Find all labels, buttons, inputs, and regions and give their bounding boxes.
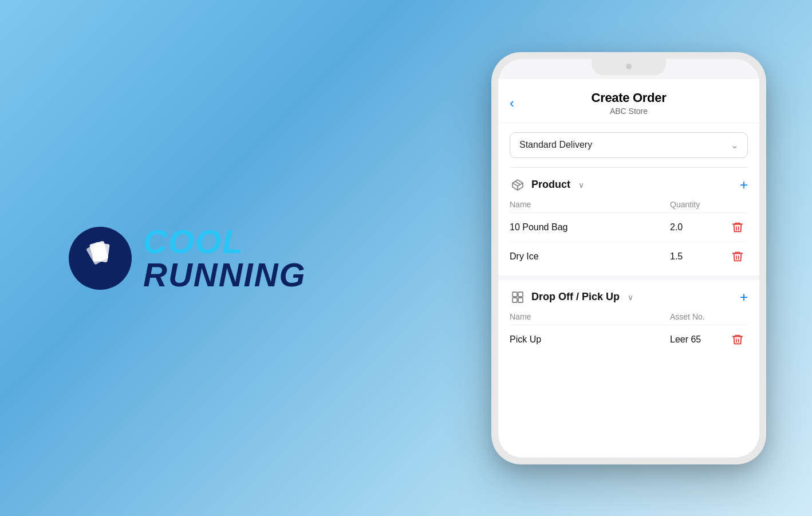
product-section-title: Product bbox=[531, 179, 570, 191]
product-row-2-qty: 1.5 bbox=[670, 251, 727, 262]
dropoff-col-action bbox=[727, 312, 748, 321]
logo-running-text: RUNNING bbox=[143, 258, 306, 292]
dropoff-table-header: Name Asset No. bbox=[510, 312, 748, 325]
dropoff-row-1-asset: Leer 65 bbox=[670, 334, 727, 345]
product-table-header: Name Quantity bbox=[510, 200, 748, 213]
screen-content: ‹ Create Order ABC Store Standard Delive… bbox=[498, 79, 759, 458]
product-header-left: Product ∨ bbox=[510, 177, 584, 193]
grid-icon bbox=[510, 289, 526, 305]
box-icon bbox=[510, 177, 526, 193]
product-col-action bbox=[727, 200, 748, 209]
phone-camera bbox=[626, 64, 632, 69]
dropoff-row-1: Pick Up Leer 65 bbox=[510, 325, 748, 354]
trash-icon-2 bbox=[731, 250, 744, 263]
phone-notch bbox=[592, 59, 666, 75]
dropoff-section-title: Drop Off / Pick Up bbox=[531, 291, 620, 303]
product-row-2-name: Dry Ice bbox=[510, 251, 670, 262]
phone-outer: ‹ Create Order ABC Store Standard Delive… bbox=[491, 52, 766, 464]
dropoff-chevron-icon[interactable]: ∨ bbox=[628, 293, 633, 302]
dropoff-add-button[interactable]: + bbox=[740, 290, 748, 304]
delivery-section: Standard Delivery ⌄ bbox=[498, 123, 759, 167]
dropoff-section-header: Drop Off / Pick Up ∨ + bbox=[510, 289, 748, 305]
chevron-down-icon: ⌄ bbox=[731, 140, 738, 151]
phone-inner: ‹ Create Order ABC Store Standard Delive… bbox=[498, 59, 759, 458]
product-row-2-delete[interactable] bbox=[727, 250, 748, 263]
section-gap bbox=[498, 275, 759, 280]
trash-icon-3 bbox=[731, 333, 744, 346]
product-row-2: Dry Ice 1.5 bbox=[510, 242, 748, 271]
svg-rect-4 bbox=[518, 292, 523, 297]
dropoff-row-1-name: Pick Up bbox=[510, 334, 670, 345]
logo-text: COOL RUNNING bbox=[143, 225, 306, 292]
header-subtitle-text: ABC Store bbox=[512, 107, 746, 116]
dropoff-col-name: Name bbox=[510, 312, 670, 321]
product-row-1: 10 Pound Bag 2.0 bbox=[510, 213, 748, 242]
product-col-name: Name bbox=[510, 200, 670, 209]
svg-rect-3 bbox=[513, 292, 517, 297]
logo-area: COOL RUNNING bbox=[69, 225, 306, 292]
svg-rect-6 bbox=[518, 298, 523, 302]
phone-container: ‹ Create Order ABC Store Standard Delive… bbox=[491, 52, 766, 464]
product-col-quantity: Quantity bbox=[670, 200, 727, 209]
svg-rect-5 bbox=[513, 298, 517, 302]
product-section-header: Product ∨ + bbox=[510, 177, 748, 193]
dropoff-row-1-delete[interactable] bbox=[727, 333, 748, 346]
product-add-button[interactable]: + bbox=[740, 178, 748, 192]
header-title-text: Create Order bbox=[512, 90, 746, 105]
dropoff-col-asset: Asset No. bbox=[670, 312, 727, 321]
delivery-selected: Standard Delivery bbox=[519, 140, 592, 150]
product-section: Product ∨ + Name Quantity 10 Pound Bag bbox=[498, 168, 759, 275]
dropoff-header-left: Drop Off / Pick Up ∨ bbox=[510, 289, 633, 305]
dropoff-section: Drop Off / Pick Up ∨ + Name Asset No. Pi… bbox=[498, 280, 759, 359]
logo-circle bbox=[69, 227, 132, 290]
trash-icon-1 bbox=[731, 221, 744, 234]
back-button[interactable]: ‹ bbox=[510, 95, 514, 111]
product-chevron-icon[interactable]: ∨ bbox=[578, 180, 584, 190]
logo-svg bbox=[79, 237, 122, 279]
product-row-1-name: 10 Pound Bag bbox=[510, 222, 670, 233]
screen-header: ‹ Create Order ABC Store bbox=[498, 79, 759, 123]
product-row-1-qty: 2.0 bbox=[670, 222, 727, 233]
delivery-dropdown[interactable]: Standard Delivery ⌄ bbox=[510, 132, 748, 158]
product-row-1-delete[interactable] bbox=[727, 221, 748, 234]
logo-cool-text: COOL bbox=[143, 225, 306, 258]
